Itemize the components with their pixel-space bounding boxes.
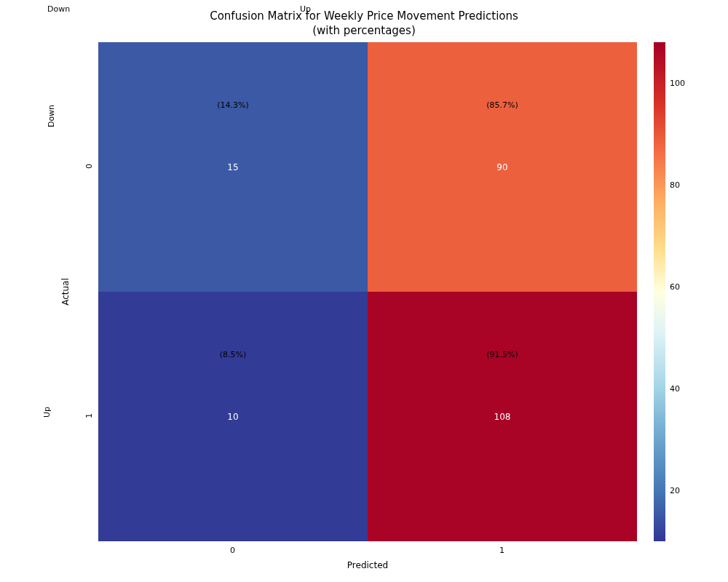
cell-1-1-pct: (91.5%)	[486, 349, 518, 359]
chart-title: Confusion Matrix for Weekly Price Moveme…	[0, 9, 728, 39]
outer-row-label-up: Up	[40, 404, 55, 418]
y-tick-0: 0	[82, 162, 96, 171]
confusion-matrix-chart: Confusion Matrix for Weekly Price Moveme…	[0, 0, 728, 582]
colorbar-tick-60: 60	[670, 282, 680, 292]
cell-1-0-pct: (8.5%)	[220, 349, 247, 359]
cell-0-0: (14.3%) 15	[98, 42, 368, 292]
heatmap-grid: (14.3%) 15 (85.7%) 90 (8.5%) 10 (91.5%) …	[98, 42, 637, 541]
y-axis-label: Actual	[58, 42, 73, 541]
cell-1-1: (91.5%) 108	[368, 292, 637, 541]
y-tick-1: 1	[82, 411, 96, 420]
colorbar-tick-20: 20	[670, 486, 680, 495]
title-line1: Confusion Matrix for Weekly Price Moveme…	[210, 9, 518, 37]
colorbar-gradient	[654, 42, 665, 541]
outer-col-label-up: Up	[300, 4, 311, 14]
colorbar-tick-100: 100	[670, 79, 685, 88]
cell-0-0-count: 15	[227, 162, 238, 172]
cell-0-1-pct: (85.7%)	[486, 100, 518, 109]
outer-row-label-down: Down	[40, 108, 55, 121]
cell-1-0-count: 10	[227, 412, 238, 422]
x-axis-label: Predicted	[98, 560, 637, 570]
cell-0-0-pct: (14.3%)	[217, 100, 249, 109]
colorbar	[654, 42, 665, 541]
x-tick-0: 0	[230, 546, 235, 555]
outer-col-label-down: Down	[47, 4, 70, 14]
cell-0-1: (85.7%) 90	[368, 42, 637, 292]
cell-1-0: (8.5%) 10	[98, 292, 368, 541]
x-tick-1: 1	[499, 546, 505, 555]
colorbar-tick-40: 40	[670, 384, 680, 394]
colorbar-tick-80: 80	[670, 180, 680, 190]
cell-0-1-count: 90	[496, 162, 507, 172]
cell-1-1-count: 108	[494, 412, 511, 422]
